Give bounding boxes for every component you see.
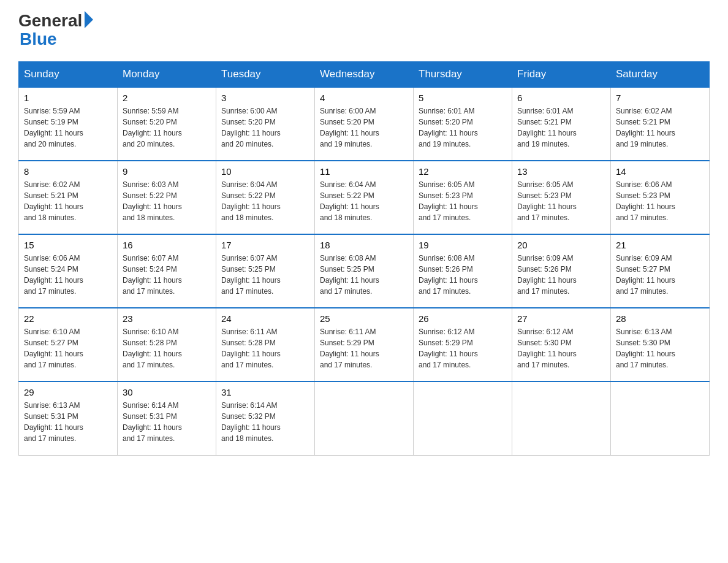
calendar-cell <box>414 381 512 455</box>
calendar-cell: 31 Sunrise: 6:14 AMSunset: 5:32 PMDaylig… <box>216 381 315 455</box>
day-number: 13 <box>517 166 605 177</box>
calendar-cell: 4 Sunrise: 6:00 AMSunset: 5:20 PMDayligh… <box>315 87 414 161</box>
week-row-2: 8 Sunrise: 6:02 AMSunset: 5:21 PMDayligh… <box>19 161 710 234</box>
calendar-cell: 22 Sunrise: 6:10 AMSunset: 5:27 PMDaylig… <box>19 308 118 381</box>
calendar-cell <box>611 381 710 455</box>
day-number: 4 <box>320 93 408 103</box>
week-row-3: 15 Sunrise: 6:06 AMSunset: 5:24 PMDaylig… <box>19 234 710 308</box>
day-info: Sunrise: 6:03 AMSunset: 5:22 PMDaylight:… <box>123 179 211 223</box>
day-info: Sunrise: 6:02 AMSunset: 5:21 PMDaylight:… <box>24 179 112 223</box>
calendar-cell: 18 Sunrise: 6:08 AMSunset: 5:25 PMDaylig… <box>315 234 414 308</box>
logo-blue-text: Blue <box>20 29 93 49</box>
calendar-cell: 27 Sunrise: 6:12 AMSunset: 5:30 PMDaylig… <box>512 308 611 381</box>
day-info: Sunrise: 6:07 AMSunset: 5:25 PMDaylight:… <box>221 253 309 297</box>
day-info: Sunrise: 6:13 AMSunset: 5:31 PMDaylight:… <box>24 400 112 444</box>
day-number: 9 <box>123 166 211 177</box>
day-number: 17 <box>221 240 309 250</box>
day-number: 1 <box>24 93 112 103</box>
day-number: 12 <box>419 166 507 177</box>
calendar-cell: 9 Sunrise: 6:03 AMSunset: 5:22 PMDayligh… <box>118 161 216 234</box>
day-number: 21 <box>616 240 704 250</box>
day-info: Sunrise: 6:13 AMSunset: 5:30 PMDaylight:… <box>616 326 704 370</box>
calendar-cell: 2 Sunrise: 5:59 AMSunset: 5:20 PMDayligh… <box>118 87 216 161</box>
day-number: 7 <box>616 93 704 103</box>
day-number: 19 <box>419 240 507 250</box>
calendar-cell: 1 Sunrise: 5:59 AMSunset: 5:19 PMDayligh… <box>19 87 118 161</box>
day-info: Sunrise: 6:14 AMSunset: 5:32 PMDaylight:… <box>221 400 309 444</box>
day-info: Sunrise: 6:11 AMSunset: 5:28 PMDaylight:… <box>221 326 309 370</box>
logo: General Blue <box>18 12 93 49</box>
day-info: Sunrise: 6:06 AMSunset: 5:23 PMDaylight:… <box>616 179 704 223</box>
day-info: Sunrise: 6:04 AMSunset: 5:22 PMDaylight:… <box>320 179 408 223</box>
calendar-cell: 24 Sunrise: 6:11 AMSunset: 5:28 PMDaylig… <box>216 308 315 381</box>
column-header-tuesday: Tuesday <box>216 62 315 88</box>
day-info: Sunrise: 6:05 AMSunset: 5:23 PMDaylight:… <box>517 179 605 223</box>
day-info: Sunrise: 6:06 AMSunset: 5:24 PMDaylight:… <box>24 253 112 297</box>
calendar-cell: 25 Sunrise: 6:11 AMSunset: 5:29 PMDaylig… <box>315 308 414 381</box>
calendar-cell: 11 Sunrise: 6:04 AMSunset: 5:22 PMDaylig… <box>315 161 414 234</box>
day-info: Sunrise: 6:12 AMSunset: 5:30 PMDaylight:… <box>517 326 605 370</box>
calendar-table: SundayMondayTuesdayWednesdayThursdayFrid… <box>18 61 710 456</box>
day-number: 3 <box>221 93 309 103</box>
day-number: 8 <box>24 166 112 177</box>
column-header-monday: Monday <box>118 62 216 88</box>
calendar-cell: 16 Sunrise: 6:07 AMSunset: 5:24 PMDaylig… <box>118 234 216 308</box>
day-number: 6 <box>517 93 605 103</box>
day-number: 14 <box>616 166 704 177</box>
calendar-cell: 14 Sunrise: 6:06 AMSunset: 5:23 PMDaylig… <box>611 161 710 234</box>
day-number: 24 <box>221 313 309 324</box>
day-number: 29 <box>24 387 112 397</box>
day-info: Sunrise: 6:05 AMSunset: 5:23 PMDaylight:… <box>419 179 507 223</box>
header-row: SundayMondayTuesdayWednesdayThursdayFrid… <box>19 62 710 88</box>
day-info: Sunrise: 6:01 AMSunset: 5:20 PMDaylight:… <box>419 105 507 150</box>
day-number: 28 <box>616 313 704 324</box>
day-info: Sunrise: 6:10 AMSunset: 5:28 PMDaylight:… <box>123 326 211 370</box>
day-number: 23 <box>123 313 211 324</box>
column-header-sunday: Sunday <box>19 62 118 88</box>
calendar-cell: 10 Sunrise: 6:04 AMSunset: 5:22 PMDaylig… <box>216 161 315 234</box>
calendar-cell: 13 Sunrise: 6:05 AMSunset: 5:23 PMDaylig… <box>512 161 611 234</box>
column-header-friday: Friday <box>512 62 611 88</box>
day-info: Sunrise: 6:08 AMSunset: 5:26 PMDaylight:… <box>419 253 507 297</box>
day-number: 18 <box>320 240 408 250</box>
day-number: 10 <box>221 166 309 177</box>
day-info: Sunrise: 5:59 AMSunset: 5:19 PMDaylight:… <box>24 105 112 150</box>
calendar-cell: 30 Sunrise: 6:14 AMSunset: 5:31 PMDaylig… <box>118 381 216 455</box>
calendar-cell: 8 Sunrise: 6:02 AMSunset: 5:21 PMDayligh… <box>19 161 118 234</box>
day-number: 22 <box>24 313 112 324</box>
calendar-cell: 15 Sunrise: 6:06 AMSunset: 5:24 PMDaylig… <box>19 234 118 308</box>
calendar-cell: 20 Sunrise: 6:09 AMSunset: 5:26 PMDaylig… <box>512 234 611 308</box>
day-info: Sunrise: 6:00 AMSunset: 5:20 PMDaylight:… <box>221 105 309 150</box>
calendar-cell: 23 Sunrise: 6:10 AMSunset: 5:28 PMDaylig… <box>118 308 216 381</box>
calendar-cell: 3 Sunrise: 6:00 AMSunset: 5:20 PMDayligh… <box>216 87 315 161</box>
day-number: 26 <box>419 313 507 324</box>
day-info: Sunrise: 6:00 AMSunset: 5:20 PMDaylight:… <box>320 105 408 150</box>
day-number: 30 <box>123 387 211 397</box>
day-info: Sunrise: 6:10 AMSunset: 5:27 PMDaylight:… <box>24 326 112 370</box>
day-info: Sunrise: 6:02 AMSunset: 5:21 PMDaylight:… <box>616 105 704 150</box>
calendar-cell: 28 Sunrise: 6:13 AMSunset: 5:30 PMDaylig… <box>611 308 710 381</box>
calendar-cell <box>315 381 414 455</box>
calendar-cell: 19 Sunrise: 6:08 AMSunset: 5:26 PMDaylig… <box>414 234 512 308</box>
day-number: 16 <box>123 240 211 250</box>
calendar-cell: 6 Sunrise: 6:01 AMSunset: 5:21 PMDayligh… <box>512 87 611 161</box>
column-header-thursday: Thursday <box>414 62 512 88</box>
day-info: Sunrise: 5:59 AMSunset: 5:20 PMDaylight:… <box>123 105 211 150</box>
day-number: 25 <box>320 313 408 324</box>
calendar-cell: 7 Sunrise: 6:02 AMSunset: 5:21 PMDayligh… <box>611 87 710 161</box>
logo-arrow-icon <box>85 11 93 28</box>
calendar-cell: 5 Sunrise: 6:01 AMSunset: 5:20 PMDayligh… <box>414 87 512 161</box>
calendar-cell: 12 Sunrise: 6:05 AMSunset: 5:23 PMDaylig… <box>414 161 512 234</box>
column-header-saturday: Saturday <box>611 62 710 88</box>
day-info: Sunrise: 6:12 AMSunset: 5:29 PMDaylight:… <box>419 326 507 370</box>
day-number: 31 <box>221 387 309 397</box>
week-row-1: 1 Sunrise: 5:59 AMSunset: 5:19 PMDayligh… <box>19 87 710 161</box>
day-number: 2 <box>123 93 211 103</box>
calendar-cell: 17 Sunrise: 6:07 AMSunset: 5:25 PMDaylig… <box>216 234 315 308</box>
day-number: 15 <box>24 240 112 250</box>
calendar-cell: 21 Sunrise: 6:09 AMSunset: 5:27 PMDaylig… <box>611 234 710 308</box>
calendar-cell: 26 Sunrise: 6:12 AMSunset: 5:29 PMDaylig… <box>414 308 512 381</box>
day-number: 5 <box>419 93 507 103</box>
day-info: Sunrise: 6:08 AMSunset: 5:25 PMDaylight:… <box>320 253 408 297</box>
column-header-wednesday: Wednesday <box>315 62 414 88</box>
